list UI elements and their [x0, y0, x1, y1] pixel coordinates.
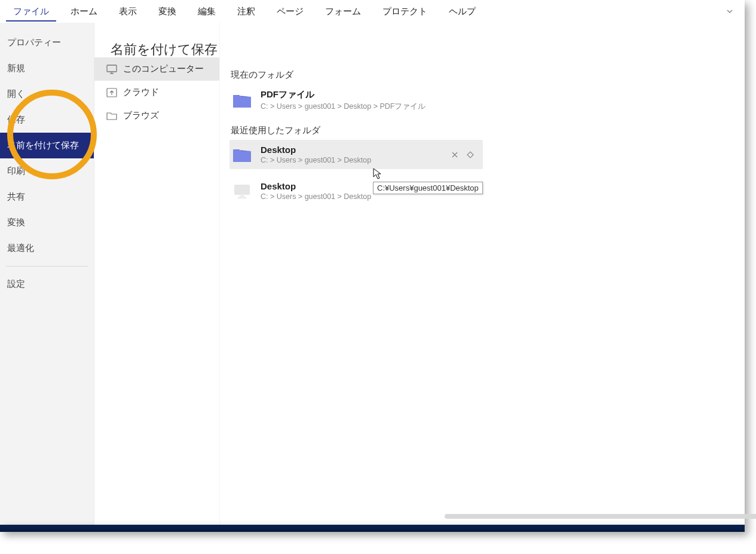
folder-icon: [232, 146, 252, 164]
cloud-up-icon: [106, 88, 117, 97]
sidebar-item-share[interactable]: 共有: [0, 184, 94, 210]
monitor-icon: [106, 65, 117, 74]
location-cloud[interactable]: クラウド: [94, 81, 219, 104]
sidebar-item-save[interactable]: 保存: [0, 107, 94, 133]
taskbar-strip: [0, 525, 745, 532]
location-label: このコンピューター: [123, 63, 204, 75]
folder-name: Desktop: [261, 145, 442, 155]
location-this-computer[interactable]: このコンピューター: [94, 57, 219, 81]
path-tooltip: C:¥Users¥guest001¥Desktop: [373, 182, 483, 194]
menubar: ファイル ホーム 表示 変換 編集 注釈 ページ フォーム プロテクト ヘルプ: [0, 0, 745, 23]
body: プロパティー 新規 開く 保存 名前を付けて保存 印刷 共有 変換 最適化 設定…: [0, 23, 745, 525]
folder-outline-icon: [106, 111, 117, 121]
location-label: クラウド: [123, 87, 159, 98]
menu-file[interactable]: ファイル: [2, 1, 60, 21]
menu-convert[interactable]: 変換: [148, 1, 187, 21]
sidebar-item-properties[interactable]: プロパティー: [0, 30, 94, 56]
location-browse[interactable]: ブラウズ: [94, 104, 219, 127]
menu-protect[interactable]: プロテクト: [372, 1, 438, 21]
menu-edit[interactable]: 編集: [187, 1, 227, 21]
svg-rect-6: [238, 197, 246, 198]
menu-annotate[interactable]: 注釈: [227, 1, 266, 21]
folder-path: C: > Users > guest001 > Desktop > PDFファイ…: [261, 102, 477, 112]
pin-icon[interactable]: [466, 151, 475, 159]
svg-rect-4: [234, 185, 250, 195]
menu-page[interactable]: ページ: [266, 1, 314, 21]
svg-rect-5: [240, 195, 244, 197]
sidebar-item-save-as[interactable]: 名前を付けて保存: [0, 133, 94, 158]
sidebar-item-settings[interactable]: 設定: [0, 271, 94, 297]
current-folder-row[interactable]: PDFファイル C: > Users > guest001 > Desktop …: [229, 84, 483, 117]
folder-icon: [232, 91, 252, 109]
recent-folder-header: 最近使用したフォルダ: [229, 125, 740, 136]
folders-pane: 現在のフォルダ PDFファイル C: > Users > guest001 > …: [220, 23, 745, 525]
location-label: ブラウズ: [123, 110, 159, 121]
sidebar-item-new[interactable]: 新規: [0, 56, 94, 81]
page-title: 名前を付けて保存: [111, 41, 219, 59]
folder-path: C: > Users > guest001 > Desktop: [261, 156, 442, 164]
sidebar-item-convert[interactable]: 変換: [0, 210, 94, 235]
sidebar-item-optimize[interactable]: 最適化: [0, 235, 94, 261]
ribbon-collapse-icon[interactable]: [726, 7, 734, 17]
current-folder-header: 現在のフォルダ: [229, 69, 740, 81]
horizontal-scrollbar[interactable]: [445, 514, 756, 519]
file-menu-sidebar: プロパティー 新規 開く 保存 名前を付けて保存 印刷 共有 変換 最適化 設定: [0, 23, 94, 525]
folder-name: PDFファイル: [261, 89, 477, 100]
locations-panel: このコンピューター クラウド ブラウズ: [94, 23, 220, 525]
menu-view[interactable]: 表示: [108, 1, 148, 21]
sidebar-item-open[interactable]: 開く: [0, 81, 94, 107]
menu-home[interactable]: ホーム: [60, 1, 108, 21]
recent-folder-row[interactable]: Desktop C: > Users > guest001 > Desktop: [229, 140, 483, 169]
monitor-icon: [232, 182, 252, 200]
sidebar-item-print[interactable]: 印刷: [0, 158, 94, 184]
svg-rect-0: [107, 65, 117, 72]
menu-help[interactable]: ヘルプ: [438, 1, 486, 21]
remove-recent-icon[interactable]: [451, 151, 459, 159]
sidebar-divider: [6, 266, 88, 267]
app-window: ファイル ホーム 表示 変換 編集 注釈 ページ フォーム プロテクト ヘルプ …: [0, 0, 745, 525]
menu-form[interactable]: フォーム: [314, 1, 372, 21]
